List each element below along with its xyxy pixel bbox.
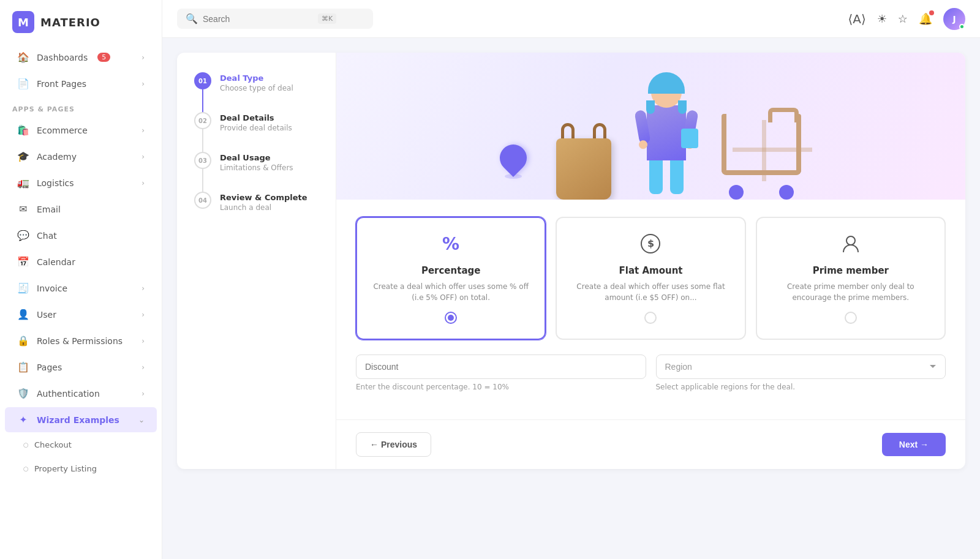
step-info-3: Deal Usage Limitations & Offers (220, 152, 293, 172)
prime-member-icon (769, 233, 932, 259)
region-select[interactable]: Region North America Europe Asia South A… (656, 355, 946, 379)
sidebar-item-label: Dashboards (37, 53, 88, 62)
char-miniature-bag (681, 129, 698, 148)
sidebar-item-property-listing[interactable]: Property Listing (5, 457, 157, 480)
prime-member-radio[interactable] (769, 312, 932, 324)
wizard-step-4: 04 Review & Complete Launch a deal (194, 192, 318, 212)
star-icon[interactable]: ☆ (898, 12, 908, 25)
step-info-4: Review & Complete Launch a deal (220, 192, 307, 212)
email-icon: ✉️ (17, 203, 29, 215)
char-hair (648, 72, 685, 94)
avatar[interactable]: J (943, 8, 965, 30)
logo-icon: M (12, 11, 34, 33)
discount-hint: Enter the discount percentage. 10 = 10% (356, 383, 646, 391)
deal-card-percentage[interactable]: % Percentage Create a deal which offer u… (356, 217, 546, 340)
percentage-desc: Create a deal which offer uses some % of… (369, 281, 532, 303)
wizard-step-3: 03 Deal Usage Limitations & Offers (194, 152, 318, 172)
flat-amount-icon: $ (569, 233, 732, 259)
deal-card-prime-member[interactable]: Prime member Create prime member only de… (756, 217, 946, 340)
wizard-main-panel: % Percentage Create a deal which offer u… (336, 53, 965, 469)
chevron-icon: › (141, 284, 145, 293)
sidebar-item-dashboards[interactable]: 🏠 Dashboards 5 › (5, 45, 157, 70)
step-info-2: Deal Details Provide deal details (220, 112, 292, 132)
flat-amount-radio[interactable] (569, 312, 732, 324)
sidebar-item-roles[interactable]: 🔒 Roles & Permissions › (5, 328, 157, 353)
char-hair-side-r (678, 100, 687, 114)
sidebar-item-label: Ecommerce (37, 126, 88, 135)
sidebar-item-wizard-examples[interactable]: ✦ Wizard Examples ⌄ (5, 407, 157, 432)
notification-icon[interactable]: 🔔 (919, 12, 932, 25)
sidebar-item-label: Invoice (37, 283, 67, 293)
theme-icon[interactable]: ☀️ (877, 12, 887, 25)
sidebar-item-label: Wizard Examples (37, 415, 119, 425)
pin-top (494, 139, 532, 177)
char-hair-side-l (646, 100, 655, 114)
lock-icon: 🔒 (17, 335, 29, 347)
char-legs (649, 160, 684, 194)
pin-illustration (495, 144, 532, 193)
sidebar-item-email[interactable]: ✉️ Email (5, 197, 157, 222)
avatar-initials: J (952, 14, 956, 24)
sidebar-item-chat[interactable]: 💬 Chat (5, 223, 157, 248)
apps-section-label: APPS & PAGES (0, 97, 162, 117)
percentage-title: Percentage (369, 265, 532, 276)
char-leg-left (649, 160, 663, 194)
topbar: 🔍 ⌘K ⟨A⟩ ☀️ ☆ 🔔 J (162, 0, 980, 38)
calendar-icon: 📅 (17, 256, 29, 268)
sidebar-item-logistics[interactable]: 🚛 Logistics › (5, 170, 157, 195)
previous-button[interactable]: ← Previous (356, 432, 431, 457)
sidebar: M MATERIO 🏠 Dashboards 5 › 📄 Front Pages… (0, 0, 162, 559)
invoice-icon: 🧾 (17, 282, 29, 294)
sidebar-item-calendar[interactable]: 📅 Calendar (5, 249, 157, 274)
sidebar-item-label: Calendar (37, 257, 75, 267)
chevron-icon: › (141, 337, 145, 345)
sidebar-item-label: Logistics (37, 178, 74, 188)
form-row: Enter the discount percentage. 10 = 10% … (356, 355, 946, 391)
cart-wheel-right (779, 185, 794, 200)
svg-text:$: $ (647, 238, 654, 249)
search-input[interactable] (203, 14, 313, 24)
sidebar-item-authentication[interactable]: 🛡️ Authentication › (5, 381, 157, 406)
search-bar[interactable]: 🔍 ⌘K (177, 9, 373, 29)
logo-text: MATERIO (40, 16, 100, 29)
wizard-steps-panel: 01 Deal Type Choose type of deal 02 Deal… (177, 53, 336, 469)
percentage-radio[interactable] (369, 312, 532, 324)
sidebar-item-pages[interactable]: 📋 Pages › (5, 355, 157, 380)
sidebar-item-ecommerce[interactable]: 🛍️ Ecommerce › (5, 118, 157, 143)
sidebar-item-label: Authentication (37, 389, 100, 399)
sidebar-item-label: Front Pages (37, 79, 86, 89)
char-leg-right (670, 160, 684, 194)
step-circle-4: 04 (194, 192, 211, 209)
logistics-icon: 🚛 (17, 177, 29, 189)
academy-icon: 🎓 (17, 151, 29, 162)
chevron-down-icon: ⌄ (138, 416, 145, 424)
step-sublabel-3: Limitations & Offers (220, 163, 293, 172)
step-label-1: Deal Type (220, 73, 293, 83)
cart-frame (722, 114, 801, 175)
sidebar-item-invoice[interactable]: 🧾 Invoice › (5, 276, 157, 301)
pages-icon: 📋 (17, 361, 29, 373)
step-sublabel-1: Choose type of deal (220, 84, 293, 92)
prime-member-title: Prime member (769, 265, 932, 276)
sidebar-item-front-pages[interactable]: 📄 Front Pages › (5, 71, 157, 96)
wizard-step-2: 02 Deal Details Provide deal details (194, 112, 318, 132)
wizard-footer: ← Previous Next → (336, 419, 965, 469)
notification-badge (929, 10, 934, 15)
content-area: 01 Deal Type Choose type of deal 02 Deal… (162, 38, 980, 559)
sidebar-item-academy[interactable]: 🎓 Academy › (5, 144, 157, 169)
sidebar-item-checkout[interactable]: Checkout (5, 433, 157, 456)
svg-text:%: % (442, 234, 459, 254)
next-button[interactable]: Next → (882, 433, 946, 456)
char-hand-left (638, 140, 647, 149)
ecommerce-icon: 🛍️ (17, 124, 29, 136)
chevron-icon: › (141, 152, 145, 161)
illustration-container (470, 53, 832, 200)
translate-icon[interactable]: ⟨A⟩ (848, 12, 865, 26)
discount-input[interactable] (356, 355, 646, 379)
deal-card-flat-amount[interactable]: $ Flat Amount Create a deal which offer … (556, 217, 745, 340)
chevron-icon: › (141, 310, 145, 319)
sidebar-item-user[interactable]: 👤 User › (5, 302, 157, 327)
percentage-icon: % (369, 233, 532, 259)
radio-checked (445, 312, 457, 324)
sidebar-item-label: Academy (37, 152, 77, 162)
